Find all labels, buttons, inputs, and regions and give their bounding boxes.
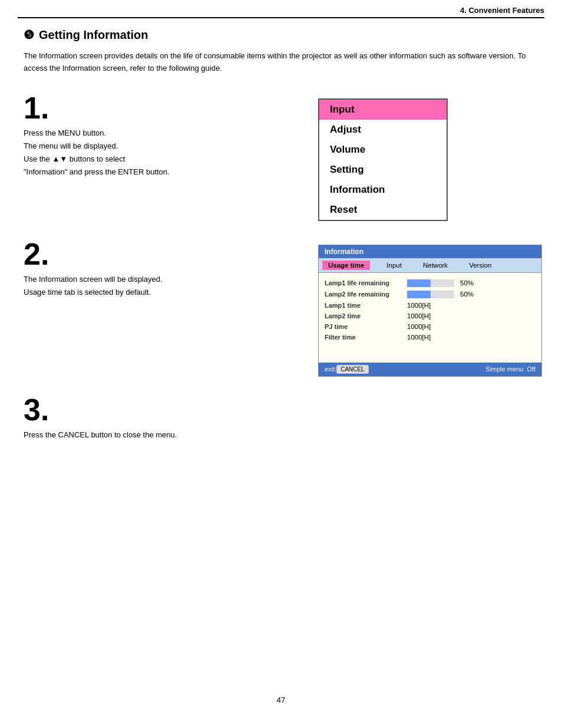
section-title: ❺ Getting Information (24, 28, 538, 42)
step-1-row: 1. Press the MENU button. The menu will … (24, 93, 538, 221)
step-2-number: 2. (24, 239, 306, 269)
value-pj-time: 1000[H] (407, 323, 439, 330)
step-2-row: 2. The Information screen will be displa… (24, 239, 538, 377)
simple-menu-label: Simple menu (485, 365, 523, 373)
menu-item-adjust: Adjust (319, 120, 447, 140)
info-footer: exit: CANCEL Simple menu Off (319, 363, 541, 376)
tab-usage-time[interactable]: Usage time (322, 261, 370, 270)
section-title-text: Getting Information (39, 28, 148, 42)
step-1-visual: Input Adjust Volume Setting Information … (318, 98, 448, 221)
step-2-text: The Information screen will be displayed… (24, 273, 271, 299)
step-1-text: Press the MENU button. The menu will be … (24, 127, 271, 179)
simple-menu-value: Off (527, 365, 535, 373)
info-row-filter-time: Filter time 1000[H] (325, 332, 535, 342)
value-lamp1-time: 1000[H] (407, 302, 439, 309)
section-number-symbol: ❺ (24, 28, 34, 42)
menu-item-reset: Reset (319, 200, 447, 220)
step-2-left: 2. The Information screen will be displa… (24, 239, 306, 299)
label-lamp2-life: Lamp2 life remaining (325, 291, 407, 298)
info-row-lamp2-life: Lamp2 life remaining 50% (325, 289, 535, 300)
info-screen: Information Usage time Input Network Ver… (318, 245, 542, 377)
info-row-lamp2-time: Lamp2 time 1000[H] (325, 311, 535, 321)
top-rule (18, 17, 544, 22)
menu-item-setting: Setting (319, 160, 447, 180)
label-pj-time: PJ time (325, 323, 407, 330)
step-3-left: 3. Press the CANCEL button to close the … (24, 394, 306, 442)
bar-lamp2-life (407, 291, 454, 298)
bar-lamp1-life (407, 279, 454, 287)
exit-label: exit: (325, 365, 336, 373)
chapter-title: 4. Convenient Features (460, 6, 544, 15)
step-3-number: 3. (24, 394, 306, 425)
section-description: The Information screen provides details … (24, 50, 536, 75)
tab-network[interactable]: Network (418, 261, 452, 270)
info-body: Lamp1 life remaining 50% Lamp2 life rema… (319, 273, 541, 363)
menu-item-volume: Volume (319, 140, 447, 160)
info-row-pj-time: PJ time 1000[H] (325, 321, 535, 332)
menu-item-input: Input (319, 100, 447, 120)
tab-version[interactable]: Version (464, 261, 496, 270)
info-screen-header: Information (319, 245, 541, 258)
pct-lamp1-life: 50% (460, 279, 474, 286)
menu-item-information: Information (319, 180, 447, 200)
step-2-visual: Information Usage time Input Network Ver… (318, 245, 542, 377)
info-row-lamp1-life: Lamp1 life remaining 50% (325, 278, 535, 289)
tab-input[interactable]: Input (382, 261, 406, 270)
info-tabs-row: Usage time Input Network Version (319, 258, 541, 273)
label-filter-time: Filter time (325, 334, 407, 341)
step-1-arrows: Use the ▲▼ buttons to select "Informatio… (24, 154, 170, 176)
label-lamp2-time: Lamp2 time (325, 312, 407, 319)
page-number: 47 (0, 678, 562, 710)
step-3-text: Press the CANCEL button to close the men… (24, 429, 271, 442)
pct-lamp2-life: 50% (460, 291, 474, 298)
label-lamp1-life: Lamp1 life remaining (325, 279, 407, 286)
cancel-button[interactable]: CANCEL (336, 365, 369, 374)
step-3-row: 3. Press the CANCEL button to close the … (24, 394, 538, 442)
info-row-lamp1-time: Lamp1 time 1000[H] (325, 300, 535, 311)
label-lamp1-time: Lamp1 time (325, 302, 407, 309)
main-menu-box: Input Adjust Volume Setting Information … (318, 98, 448, 221)
value-lamp2-time: 1000[H] (407, 312, 439, 319)
step-1-number: 1. (24, 93, 306, 123)
value-filter-time: 1000[H] (407, 334, 439, 341)
step-1-left: 1. Press the MENU button. The menu will … (24, 93, 306, 179)
